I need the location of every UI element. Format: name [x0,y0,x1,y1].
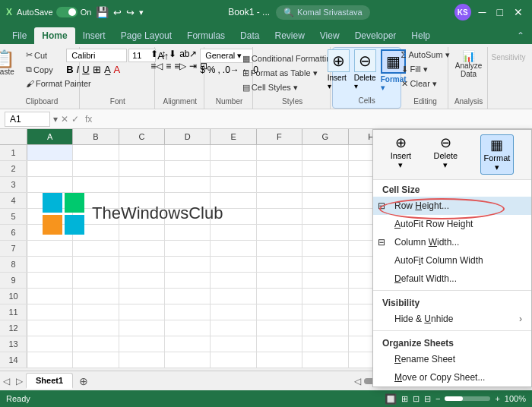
cell[interactable] [119,304,165,320]
menu-rename-sheet[interactable]: Rename Sheet [373,350,531,368]
cell[interactable] [119,177,165,192]
cell[interactable] [119,209,165,224]
cell[interactable] [257,273,302,288]
cell[interactable] [302,145,348,160]
cell[interactable] [165,241,211,256]
cell[interactable] [211,304,256,320]
cell[interactable] [165,193,211,208]
increase-decimal-button[interactable]: .0→ [223,65,239,75]
cell[interactable] [302,225,348,240]
tab-help[interactable]: Help [404,27,438,44]
cell[interactable] [73,304,119,320]
cell[interactable] [257,225,302,240]
accessibility-icon[interactable]: 🔲 [385,393,397,405]
confirm-formula-icon[interactable]: ✓ [71,114,79,125]
menu-column-width[interactable]: ⊟ Column Width... [373,233,531,251]
menu-default-width[interactable]: Default Width... [373,270,531,288]
next-sheet-icon[interactable]: ▷ [13,376,26,386]
cell[interactable] [257,304,302,320]
analyze-data-button[interactable]: 📊 AnalyzeData [451,49,486,80]
cell[interactable] [211,177,256,192]
expand-icon[interactable]: ▾ [53,114,58,125]
maximize-button[interactable]: □ [494,6,506,18]
prev-sheet-icon[interactable]: ◁ [0,376,13,386]
formula-input[interactable] [98,114,527,125]
cell[interactable] [27,336,73,352]
italic-button[interactable]: I [77,64,80,75]
cell[interactable] [73,320,119,336]
undo-icon[interactable]: ↩ [113,7,122,18]
cell[interactable] [302,257,348,272]
cell[interactable] [27,177,73,192]
cell[interactable] [211,289,256,304]
cell[interactable] [119,225,165,240]
menu-hide-unhide[interactable]: Hide & Unhide › [373,310,531,328]
zoom-out-icon[interactable]: − [435,394,440,403]
cell[interactable] [27,304,73,320]
cell[interactable] [302,177,348,192]
cell[interactable] [73,273,119,288]
cell[interactable] [165,161,211,176]
cell[interactable] [165,320,211,336]
cell[interactable] [257,177,302,192]
zoom-slider[interactable] [445,396,490,401]
cell[interactable] [302,193,348,208]
cell[interactable] [27,241,73,256]
col-header-b[interactable]: B [73,129,119,144]
tab-view[interactable]: View [312,27,347,44]
menu-format-button[interactable]: ▦ Format ▾ [480,134,515,175]
add-sheet-button[interactable]: ⊕ [73,373,94,390]
align-left-button[interactable]: ≡◁ [150,61,163,71]
format-table-button[interactable]: ⊞ Format as Table ▾ [239,67,321,80]
cell[interactable] [257,161,302,176]
paste-button[interactable]: 📋 Paste [0,49,20,78]
autosave-control[interactable]: AutoSave On [17,7,91,17]
tab-formulas[interactable]: Formulas [179,27,233,44]
col-header-e[interactable]: E [211,129,256,144]
tab-review[interactable]: Review [267,27,312,44]
cell[interactable] [27,352,73,368]
cell[interactable] [257,209,302,224]
col-header-d[interactable]: D [165,129,211,144]
view-page-layout-icon[interactable]: ⊡ [413,394,420,404]
align-bottom-button[interactable]: ⬇ [169,49,176,59]
tab-home[interactable]: Home [34,27,74,44]
cell[interactable] [73,336,119,352]
tab-file[interactable]: File [5,27,34,44]
cell[interactable] [211,320,256,336]
cell[interactable] [211,193,256,208]
cell[interactable] [302,304,348,320]
border-button[interactable]: ⊞ [93,64,101,75]
cell[interactable] [165,257,211,272]
zoom-in-icon[interactable]: + [495,394,499,403]
cell[interactable] [302,336,348,352]
cell[interactable] [119,320,165,336]
cell[interactable] [257,352,302,368]
cell[interactable] [73,193,119,208]
tab-data[interactable]: Data [233,27,267,44]
align-right-button[interactable]: ≡▷ [174,61,186,71]
align-top-button[interactable]: ⬆ [150,49,158,59]
ribbon-collapse-icon[interactable]: ⌃ [514,27,527,44]
menu-autofit-row[interactable]: AutoFit Row Height [373,215,531,233]
cell[interactable] [27,257,73,272]
cell[interactable] [27,320,73,336]
cell[interactable] [165,225,211,240]
align-middle-button[interactable]: ↕ [161,49,166,59]
cell[interactable] [73,145,119,160]
comma-button[interactable]: , [218,65,220,75]
cell[interactable] [73,352,119,368]
minimize-button[interactable]: ─ [476,6,489,18]
font-color-button[interactable]: A [114,64,121,75]
cell[interactable] [257,336,302,352]
col-header-c[interactable]: C [119,129,165,144]
cell[interactable] [165,352,211,368]
cell[interactable] [73,225,119,240]
cell[interactable] [165,273,211,288]
fill-button[interactable]: ⬇ Fill ▾ [398,63,431,76]
cell[interactable] [27,193,73,208]
cell[interactable] [165,145,211,160]
cell[interactable] [27,145,73,160]
cell[interactable] [257,289,302,304]
cell[interactable] [211,241,256,256]
